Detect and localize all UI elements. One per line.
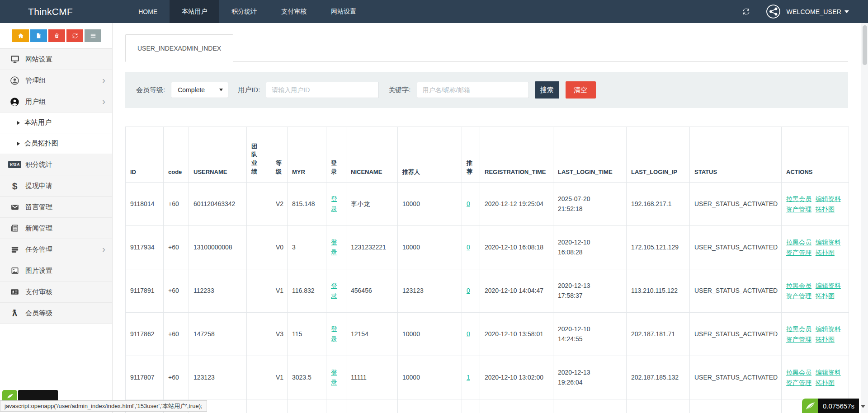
userid-input[interactable] <box>266 82 379 98</box>
cell-status: USER_STATUS_ACTIVATED <box>690 356 782 399</box>
sidebar-item[interactable]: 网站设置 <box>0 49 112 70</box>
cell-code: +60 <box>164 269 189 313</box>
sidebar-item[interactable]: 用户组› <box>0 91 112 113</box>
navbar-item[interactable]: 本站用户 <box>170 0 219 23</box>
action-link[interactable]: 拉黑会员 <box>786 239 811 246</box>
login-link[interactable]: 登 录 <box>331 281 337 301</box>
login-link[interactable]: 登 录 <box>331 324 337 344</box>
sidebar-item[interactable]: 支付审核 <box>0 282 112 303</box>
action-link[interactable]: 拉黑会员 <box>786 369 811 376</box>
action-link[interactable]: 编辑资料 <box>816 239 841 246</box>
action-link[interactable]: 拓扑图 <box>816 292 835 300</box>
clear-button[interactable]: 清空 <box>566 81 596 99</box>
sidebar-item[interactable]: 图片设置 <box>0 260 112 282</box>
column-header: LAST_LOGIN_IP <box>627 127 690 183</box>
cell-recommend: 0 <box>462 226 480 269</box>
cell-level <box>271 399 288 413</box>
app-logo[interactable]: ThinkCMF <box>0 0 73 23</box>
table-header-row: IDcodeUSERNAME团 队 业 绩等 级MYR登 录NICENAME推荐… <box>126 127 849 183</box>
cell-team <box>247 226 271 269</box>
image-icon <box>9 266 21 275</box>
action-link[interactable]: 拉黑会员 <box>786 282 811 289</box>
sidebar-item[interactable]: ƛ会员等级 <box>0 303 112 324</box>
sidebar-item[interactable]: VISA积分统计 <box>0 154 112 175</box>
cell-registration-time: 2020-12-12 19:25:04 <box>480 183 553 226</box>
welcome-user[interactable]: WELCOME_USER <box>787 8 841 15</box>
trace-time-badge[interactable]: 0.075657s <box>818 399 859 413</box>
table-row: 9118014+60601120463342V2815.148登 录李小龙100… <box>126 183 849 226</box>
action-link[interactable]: 拉黑会员 <box>786 325 811 333</box>
navbar-item[interactable]: 积分统计 <box>219 0 269 23</box>
recycle-button[interactable] <box>66 29 83 42</box>
action-link[interactable]: 资产管理 <box>786 336 811 343</box>
sidebar-item[interactable]: 管理组› <box>0 70 112 91</box>
cell-id: 9117807 <box>126 356 164 399</box>
chevron-down-icon[interactable] <box>844 10 849 13</box>
cell-status: USER_STATUS_ACTIVATED <box>690 313 782 356</box>
scrollbar-thumb[interactable] <box>863 25 867 65</box>
sidebar-item[interactable]: 任务管理› <box>0 239 112 260</box>
cell-recommend <box>462 399 480 413</box>
table-row: 9117862+60147258V3115登 录121541000002020-… <box>126 313 849 356</box>
refresh-icon[interactable] <box>742 8 750 15</box>
search-button[interactable]: 搜索 <box>535 81 559 99</box>
cell-myr: 116.832 <box>288 269 326 313</box>
column-header: MYR <box>288 127 326 183</box>
recommend-count-link[interactable]: 0 <box>467 200 470 207</box>
cell-recommend: 0 <box>462 269 480 313</box>
cell-code: +60 <box>164 183 189 226</box>
action-link[interactable]: 拓扑图 <box>816 379 835 386</box>
action-link[interactable]: 拓扑图 <box>816 336 835 343</box>
cell-referrer: 10000 <box>398 313 462 356</box>
action-link[interactable]: 资产管理 <box>786 249 811 256</box>
column-header: 推荐人 <box>398 127 462 183</box>
sidebar-subitem[interactable]: 本站用户 <box>0 113 112 133</box>
login-link[interactable]: 登 录 <box>331 367 337 388</box>
action-link[interactable]: 拓扑图 <box>816 206 835 213</box>
idcard-icon <box>9 287 21 296</box>
recommend-count-link[interactable]: 0 <box>467 330 470 338</box>
sidebar-item[interactable]: $提现申请 <box>0 175 112 197</box>
action-link[interactable]: 资产管理 <box>786 206 811 213</box>
table-row: 9117934+6013100000008V03登 录1231232221100… <box>126 226 849 269</box>
column-header: code <box>164 127 189 183</box>
navbar-item[interactable]: 网站设置 <box>319 0 368 23</box>
file-button[interactable] <box>30 29 47 42</box>
action-link[interactable]: 编辑资料 <box>816 325 841 333</box>
keyword-input[interactable] <box>417 82 529 98</box>
action-link[interactable]: 编辑资料 <box>816 195 841 202</box>
recommend-count-link[interactable]: 1 <box>467 374 470 381</box>
tab-user-index[interactable]: USER_INDEXADMIN_INDEX <box>125 34 233 62</box>
action-link[interactable]: 拉黑会员 <box>786 195 811 202</box>
avatar[interactable] <box>765 4 781 19</box>
action-link[interactable]: 拓扑图 <box>816 249 835 256</box>
thinkcmf-logo-icon[interactable] <box>802 399 818 413</box>
level-select[interactable]: Complete <box>171 82 228 98</box>
action-link[interactable]: 资产管理 <box>786 379 811 386</box>
home-button[interactable] <box>12 29 29 42</box>
action-link[interactable]: 资产管理 <box>786 292 811 300</box>
cell-status: USER_STATUS_ACTIVATED <box>690 269 782 313</box>
column-header: REGISTRATION_TIME <box>480 127 553 183</box>
sidebar-subitem[interactable]: 会员拓扑图 <box>0 133 112 154</box>
trace-caret-icon[interactable] <box>861 405 865 408</box>
sidebar-item[interactable]: 留言管理 <box>0 197 112 218</box>
navbar-item[interactable]: HOME <box>126 0 170 23</box>
action-link[interactable]: 编辑资料 <box>816 282 841 289</box>
sidebar-item-label: 新闻管理 <box>25 224 52 233</box>
list-button[interactable] <box>85 29 101 42</box>
login-link[interactable]: 登 录 <box>331 194 337 214</box>
cell-nicename: 11111 <box>346 356 398 399</box>
cell-username: 112233 <box>189 269 247 313</box>
cell-level: V3 <box>271 313 288 356</box>
action-link[interactable]: 编辑资料 <box>816 369 841 376</box>
sidebar-item[interactable]: 新闻管理 <box>0 218 112 239</box>
recommend-count-link[interactable]: 0 <box>467 287 470 294</box>
cell-last-login-ip <box>627 399 690 413</box>
navbar-item[interactable]: 支付审核 <box>269 0 319 23</box>
trash-button[interactable] <box>48 29 65 42</box>
cell-team <box>247 183 271 226</box>
login-link[interactable]: 登 录 <box>331 237 337 258</box>
recommend-count-link[interactable]: 0 <box>467 244 470 251</box>
vertical-scrollbar <box>861 23 868 413</box>
